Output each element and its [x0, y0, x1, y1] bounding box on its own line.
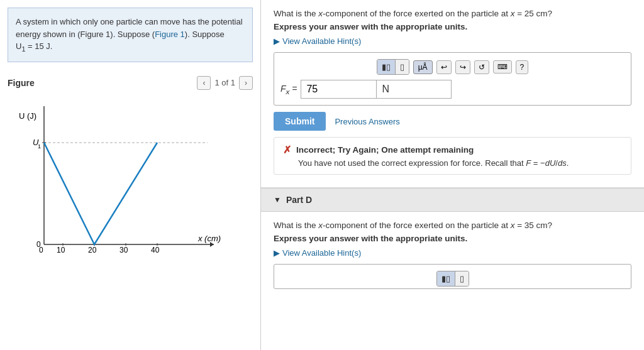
- part-d-hint-label: View Available Hint(s): [282, 248, 361, 258]
- part-d-format-group: ▮▯ ▯: [436, 271, 469, 287]
- hint-toggle[interactable]: ▶ View Available Hint(s): [274, 36, 631, 46]
- submit-row: Submit Previous Answers: [274, 112, 631, 131]
- figure-title: Figure: [8, 78, 35, 88]
- format-btn-group: ▮▯ ▯: [377, 59, 409, 75]
- chart-x-20: 20: [88, 246, 97, 254]
- reset-btn[interactable]: ↺: [474, 60, 489, 74]
- express-answer-label: Express your answer with the appropriate…: [274, 22, 631, 31]
- part-d-question: What is the x-component of the force exe…: [274, 221, 631, 230]
- submit-button[interactable]: Submit: [274, 112, 326, 131]
- answer-toolbar: ▮▯ ▯ μÅ ↩ ↪ ↺ ⌨ ?: [280, 59, 625, 75]
- potential-energy-line: [44, 143, 157, 244]
- hint-arrow-icon: ▶: [274, 36, 280, 46]
- right-panel: What is the x-component of the force exe…: [261, 0, 644, 350]
- chevron-left-icon: ‹: [203, 79, 205, 87]
- part-d-answer-box: ▮▯ ▯: [274, 264, 631, 289]
- undo-btn[interactable]: ↩: [436, 60, 452, 74]
- chart-x-40: 40: [151, 246, 160, 254]
- part-d-title: Part D: [286, 195, 312, 205]
- chart-area: U (J) U 1 x (cm) 0 0 10 20 30 40: [0, 94, 260, 350]
- figure-nav: ‹ 1 of 1 ›: [197, 76, 253, 90]
- problem-text-main: A system in which only one particle can …: [16, 17, 243, 39]
- figure-prev-btn[interactable]: ‹: [197, 76, 211, 90]
- part-d-format-square-icon[interactable]: ▮▯: [437, 271, 455, 286]
- question-c-section: What is the x-component of the force exe…: [261, 0, 644, 188]
- part-d-express-label: Express your answer with the appropriate…: [274, 234, 631, 243]
- part-d-hint-toggle[interactable]: ▶ View Available Hint(s): [274, 248, 631, 258]
- mu-btn[interactable]: μÅ: [413, 60, 433, 74]
- left-panel: A system in which only one particle can …: [0, 0, 261, 350]
- problem-statement: A system in which only one particle can …: [8, 8, 253, 62]
- potential-energy-chart: U (J) U 1 x (cm) 0 0 10 20 30 40: [13, 100, 239, 276]
- figure-nav-count: 1 of 1: [214, 78, 235, 87]
- feedback-header: ✗ Incorrect; Try Again; One attempt rema…: [283, 144, 622, 156]
- question-c-text: What is the x-component of the force exe…: [274, 9, 631, 18]
- chart-x-30: 30: [119, 246, 128, 254]
- u1-text: U1 = 15 J.: [16, 41, 52, 51]
- feedback-header-text: Incorrect; Try Again; One attempt remain…: [296, 145, 474, 155]
- hint-link-label: View Available Hint(s): [282, 36, 361, 46]
- part-d-header[interactable]: ▼ Part D: [261, 188, 644, 212]
- part-d-format-block-icon[interactable]: ▯: [455, 271, 469, 286]
- figure-header: Figure ‹ 1 of 1 ›: [0, 72, 260, 94]
- chart-x-10: 10: [57, 246, 65, 254]
- chevron-right-icon: ›: [245, 79, 247, 87]
- chart-y-zero: 0: [36, 240, 41, 249]
- answer-input-row: Fx =: [280, 80, 625, 99]
- incorrect-icon: ✗: [283, 144, 291, 156]
- format-square-icon[interactable]: ▮▯: [377, 60, 396, 74]
- part-d-toolbar: ▮▯ ▯: [280, 271, 625, 287]
- feedback-detail: You have not used the correct expression…: [283, 158, 622, 168]
- help-btn[interactable]: ?: [516, 60, 529, 74]
- part-d-collapse-icon[interactable]: ▼: [274, 195, 281, 204]
- fx-input[interactable]: [301, 80, 376, 99]
- part-d-hint-arrow-icon: ▶: [274, 248, 280, 258]
- answer-input-box: ▮▯ ▯ μÅ ↩ ↪ ↺ ⌨ ? Fx =: [274, 52, 631, 106]
- input-label-fx: Fx =: [280, 84, 297, 96]
- unit-input[interactable]: [376, 80, 452, 99]
- figure-next-btn[interactable]: ›: [239, 76, 253, 90]
- figure-link[interactable]: Figure 1: [155, 30, 185, 39]
- format-block-icon[interactable]: ▯: [396, 60, 409, 74]
- keyboard-btn[interactable]: ⌨: [493, 60, 512, 74]
- part-d-content: What is the x-component of the force exe…: [261, 212, 644, 302]
- chart-x-axis-label: x (cm): [197, 234, 221, 243]
- previous-answers-link[interactable]: Previous Answers: [335, 117, 399, 126]
- chart-y-axis-label: U (J): [19, 111, 36, 121]
- redo-btn[interactable]: ↪: [455, 60, 470, 74]
- feedback-box: ✗ Incorrect; Try Again; One attempt rema…: [274, 137, 631, 175]
- chart-u1-subscript: 1: [38, 143, 41, 150]
